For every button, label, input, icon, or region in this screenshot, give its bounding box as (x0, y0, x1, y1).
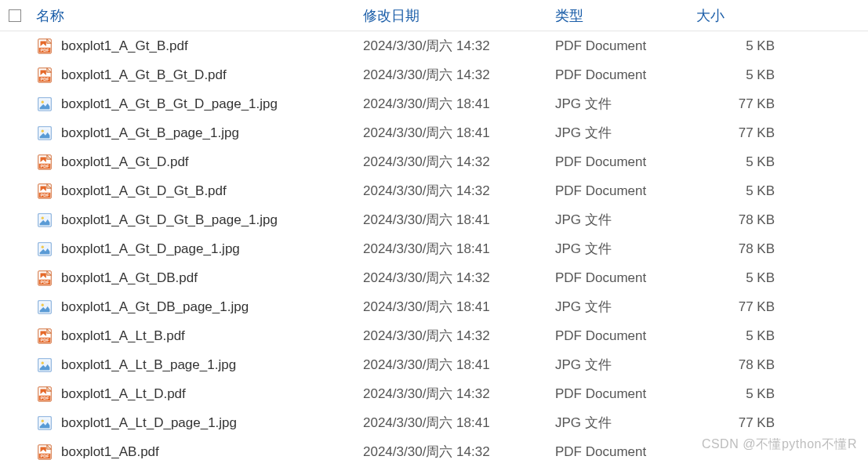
file-size: 78 KB (696, 212, 822, 228)
file-row[interactable]: boxplot1_A_Gt_B_page_1.jpg2024/3/30/周六 1… (0, 118, 868, 147)
image-file-icon (36, 357, 53, 374)
file-date: 2024/3/30/周六 18:41 (363, 240, 555, 258)
pdf-file-icon: PDF (36, 38, 53, 55)
file-date: 2024/3/30/周六 18:41 (363, 356, 555, 374)
file-size: 78 KB (696, 241, 822, 257)
file-name-cell[interactable]: boxplot1_A_Gt_B_page_1.jpg (30, 125, 363, 142)
file-name-cell[interactable]: PDF boxplot1_A_Gt_B.pdf (30, 38, 363, 55)
file-name-cell[interactable]: PDF boxplot1_A_Gt_B_Gt_D.pdf (30, 67, 363, 84)
column-header-size[interactable]: 大小 (696, 6, 822, 25)
svg-text:PDF: PDF (41, 337, 50, 342)
file-name-cell[interactable]: boxplot1_A_Lt_B_page_1.jpg (30, 357, 363, 374)
image-file-icon (36, 125, 53, 142)
file-size: 77 KB (696, 299, 822, 315)
column-header-date[interactable]: 修改日期 (363, 6, 555, 25)
file-name: boxplot1_A_Gt_B.pdf (61, 38, 188, 54)
file-type: PDF Document (555, 38, 696, 54)
file-row[interactable]: boxplot1_A_Gt_DB_page_1.jpg2024/3/30/周六 … (0, 292, 868, 321)
pdf-file-icon: PDF (36, 328, 53, 345)
pdf-file-icon: PDF (36, 443, 53, 461)
pdf-file-icon: PDF (36, 183, 53, 200)
file-row[interactable]: PDF boxplot1_A_Gt_DB.pdf2024/3/30/周六 14:… (0, 263, 868, 292)
svg-text:PDF: PDF (41, 192, 50, 197)
file-name-cell[interactable]: PDF boxplot1_A_Gt_D_Gt_B.pdf (30, 183, 363, 200)
file-date: 2024/3/30/周六 14:32 (363, 327, 555, 345)
file-name: boxplot1_A_Gt_D_Gt_B.pdf (61, 183, 227, 199)
pdf-file-icon: PDF (36, 328, 53, 345)
pdf-file-icon: PDF (36, 183, 53, 200)
file-row[interactable]: boxplot1_A_Gt_D_Gt_B_page_1.jpg2024/3/30… (0, 205, 868, 234)
image-file-icon (36, 125, 53, 142)
file-row[interactable]: PDF boxplot1_A_Gt_D_Gt_B.pdf2024/3/30/周六… (0, 176, 868, 205)
file-date: 2024/3/30/周六 18:41 (363, 211, 555, 229)
pdf-file-icon: PDF (36, 270, 53, 287)
file-type: PDF Document (555, 67, 696, 83)
file-name-cell[interactable]: PDF boxplot1_A_Lt_D.pdf (30, 386, 363, 403)
file-size: 5 KB (696, 183, 822, 199)
file-row[interactable]: boxplot1_A_Gt_D_page_1.jpg2024/3/30/周六 1… (0, 234, 868, 263)
svg-point-23 (42, 245, 44, 248)
file-name: boxplot1_A_Lt_D.pdf (61, 386, 186, 402)
file-name: boxplot1_A_Gt_D_page_1.jpg (61, 241, 240, 257)
checkbox-icon (9, 9, 21, 22)
pdf-file-icon: PDF (36, 270, 53, 287)
file-name-cell[interactable]: boxplot1_A_Gt_D_page_1.jpg (30, 241, 363, 258)
file-name: boxplot1_A_Gt_B_page_1.jpg (61, 125, 239, 141)
image-file-icon (36, 357, 53, 374)
image-file-icon (36, 96, 53, 113)
file-row[interactable]: PDF boxplot1_A_Gt_D.pdf2024/3/30/周六 14:3… (0, 147, 868, 176)
file-row[interactable]: boxplot1_A_Lt_B_page_1.jpg2024/3/30/周六 1… (0, 350, 868, 379)
file-name-cell[interactable]: boxplot1_A_Gt_B_Gt_D_page_1.jpg (30, 96, 363, 113)
file-size: 77 KB (696, 96, 822, 112)
column-header-type[interactable]: 类型 (555, 6, 696, 25)
file-size: 78 KB (696, 357, 822, 373)
file-name: boxplot1_A_Gt_B_Gt_D.pdf (61, 67, 227, 83)
svg-text:PDF: PDF (41, 163, 50, 168)
select-all-checkbox[interactable] (0, 9, 30, 22)
file-row[interactable]: boxplot1_A_Gt_B_Gt_D_page_1.jpg2024/3/30… (0, 89, 868, 118)
file-name-cell[interactable]: boxplot1_A_Gt_D_Gt_B_page_1.jpg (30, 212, 363, 229)
file-name-cell[interactable]: PDF boxplot1_A_Gt_DB.pdf (30, 270, 363, 287)
file-name-cell[interactable]: PDF boxplot1_AB.pdf (30, 443, 363, 461)
file-row[interactable]: boxplot1_A_Lt_D_page_1.jpg2024/3/30/周六 1… (0, 408, 868, 437)
file-row[interactable]: PDF boxplot1_AB.pdf2024/3/30/周六 14:32PDF… (0, 437, 868, 466)
file-name-cell[interactable]: boxplot1_A_Gt_DB_page_1.jpg (30, 299, 363, 316)
file-date: 2024/3/30/周六 14:32 (363, 385, 555, 403)
file-row[interactable]: PDF boxplot1_A_Gt_B_Gt_D.pdf2024/3/30/周六… (0, 60, 868, 89)
file-type: PDF Document (555, 444, 696, 460)
svg-point-29 (42, 303, 44, 306)
file-name-cell[interactable]: PDF boxplot1_A_Gt_D.pdf (30, 154, 363, 171)
file-date: 2024/3/30/周六 14:32 (363, 66, 555, 84)
file-name: boxplot1_AB.pdf (61, 444, 159, 460)
file-type: PDF Document (555, 328, 696, 344)
svg-point-8 (42, 100, 44, 103)
file-size: 5 KB (696, 328, 822, 344)
pdf-file-icon: PDF (36, 67, 53, 84)
svg-point-11 (42, 129, 44, 132)
file-type: JPG 文件 (555, 356, 696, 374)
file-type: JPG 文件 (555, 211, 696, 229)
file-size: 77 KB (696, 415, 822, 431)
file-date: 2024/3/30/周六 14:32 (363, 269, 555, 287)
file-row[interactable]: PDF boxplot1_A_Gt_B.pdf2024/3/30/周六 14:3… (0, 31, 868, 60)
pdf-file-icon: PDF (36, 386, 53, 403)
file-size: 5 KB (696, 154, 822, 170)
file-row[interactable]: PDF boxplot1_A_Lt_B.pdf2024/3/30/周六 14:3… (0, 321, 868, 350)
image-file-icon (36, 212, 53, 229)
column-header-name[interactable]: 名称 (30, 6, 363, 25)
pdf-file-icon: PDF (36, 67, 53, 84)
image-file-icon (36, 96, 53, 113)
pdf-file-icon: PDF (36, 386, 53, 403)
image-file-icon (36, 415, 53, 432)
file-type: JPG 文件 (555, 124, 696, 142)
file-date: 2024/3/30/周六 18:41 (363, 124, 555, 142)
image-file-icon (36, 212, 53, 229)
file-row[interactable]: PDF boxplot1_A_Lt_D.pdf2024/3/30/周六 14:3… (0, 379, 868, 408)
image-file-icon (36, 299, 53, 316)
svg-text:PDF: PDF (41, 279, 50, 284)
file-name-cell[interactable]: PDF boxplot1_A_Lt_B.pdf (30, 328, 363, 345)
pdf-file-icon: PDF (36, 154, 53, 171)
file-name-cell[interactable]: boxplot1_A_Lt_D_page_1.jpg (30, 415, 363, 432)
file-date: 2024/3/30/周六 18:41 (363, 95, 555, 113)
file-type: JPG 文件 (555, 414, 696, 432)
